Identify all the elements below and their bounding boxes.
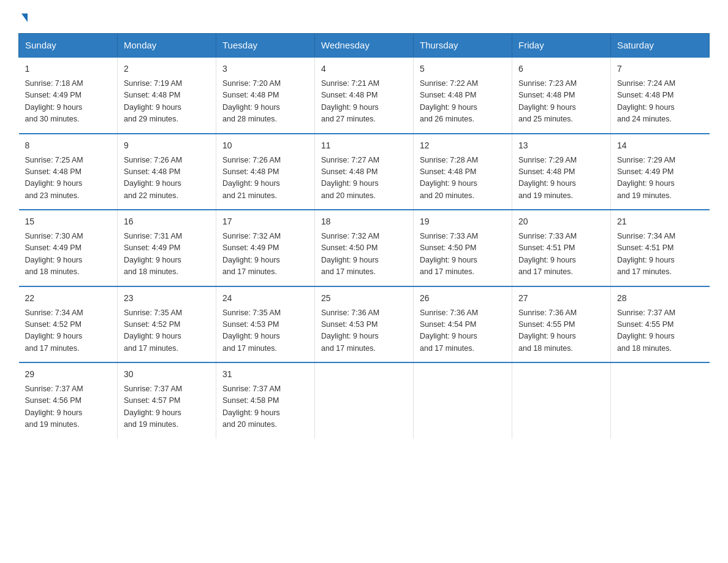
day-cell-12: 12 Sunrise: 7:28 AM Sunset: 4:48 PM Dayl… (414, 134, 512, 210)
day-number: 5 (420, 63, 506, 75)
day-info: Sunrise: 7:27 AM Sunset: 4:48 PM Dayligh… (321, 155, 407, 202)
day-info: Sunrise: 7:37 AM Sunset: 4:55 PM Dayligh… (617, 307, 703, 355)
day-info: Sunrise: 7:36 AM Sunset: 4:54 PM Dayligh… (420, 307, 506, 355)
day-cell-5: 5 Sunrise: 7:22 AM Sunset: 4:48 PM Dayli… (414, 57, 512, 134)
header-sunday: Sunday (19, 34, 118, 58)
day-cell-7: 7 Sunrise: 7:24 AM Sunset: 4:48 PM Dayli… (611, 57, 710, 134)
day-info: Sunrise: 7:24 AM Sunset: 4:48 PM Dayligh… (617, 78, 703, 126)
week-row-4: 22 Sunrise: 7:34 AM Sunset: 4:52 PM Dayl… (19, 286, 710, 363)
day-info: Sunrise: 7:25 AM Sunset: 4:48 PM Dayligh… (25, 155, 112, 202)
day-info: Sunrise: 7:36 AM Sunset: 4:55 PM Dayligh… (518, 307, 604, 355)
day-cell-9: 9 Sunrise: 7:26 AM Sunset: 4:48 PM Dayli… (118, 134, 216, 210)
day-number: 21 (617, 215, 703, 228)
day-cell-6: 6 Sunrise: 7:23 AM Sunset: 4:48 PM Dayli… (512, 57, 611, 134)
day-cell-15: 15 Sunrise: 7:30 AM Sunset: 4:49 PM Dayl… (19, 210, 118, 286)
day-number: 23 (124, 292, 210, 305)
day-cell-25: 25 Sunrise: 7:36 AM Sunset: 4:53 PM Dayl… (315, 286, 414, 363)
day-cell-24: 24 Sunrise: 7:35 AM Sunset: 4:53 PM Dayl… (216, 286, 315, 363)
day-number: 12 (420, 139, 506, 152)
day-info: Sunrise: 7:34 AM Sunset: 4:51 PM Dayligh… (617, 231, 703, 278)
day-number: 6 (518, 63, 604, 75)
day-info: Sunrise: 7:32 AM Sunset: 4:49 PM Dayligh… (222, 231, 308, 278)
day-info: Sunrise: 7:26 AM Sunset: 4:48 PM Dayligh… (124, 155, 210, 202)
day-info: Sunrise: 7:37 AM Sunset: 4:58 PM Dayligh… (222, 383, 308, 431)
day-info: Sunrise: 7:29 AM Sunset: 4:49 PM Dayligh… (617, 155, 703, 202)
day-cell-11: 11 Sunrise: 7:27 AM Sunset: 4:48 PM Dayl… (315, 134, 414, 210)
day-cell-30: 30 Sunrise: 7:37 AM Sunset: 4:57 PM Dayl… (118, 362, 216, 439)
day-number: 14 (617, 139, 703, 152)
day-cell-14: 14 Sunrise: 7:29 AM Sunset: 4:49 PM Dayl… (611, 134, 710, 210)
day-info: Sunrise: 7:37 AM Sunset: 4:56 PM Dayligh… (25, 383, 112, 431)
day-number: 13 (518, 139, 604, 152)
day-number: 17 (222, 215, 308, 228)
day-number: 3 (222, 63, 308, 75)
day-cell-17: 17 Sunrise: 7:32 AM Sunset: 4:49 PM Dayl… (216, 210, 315, 286)
day-number: 4 (321, 63, 407, 75)
day-number: 29 (25, 368, 112, 381)
empty-cell (315, 362, 414, 439)
day-number: 30 (124, 368, 210, 381)
day-cell-2: 2 Sunrise: 7:19 AM Sunset: 4:48 PM Dayli… (118, 57, 216, 134)
week-row-1: 1 Sunrise: 7:18 AM Sunset: 4:49 PM Dayli… (19, 57, 710, 134)
day-info: Sunrise: 7:18 AM Sunset: 4:49 PM Dayligh… (25, 78, 112, 126)
day-cell-8: 8 Sunrise: 7:25 AM Sunset: 4:48 PM Dayli… (19, 134, 118, 210)
day-number: 9 (124, 139, 210, 152)
day-info: Sunrise: 7:33 AM Sunset: 4:50 PM Dayligh… (420, 231, 506, 278)
day-info: Sunrise: 7:36 AM Sunset: 4:53 PM Dayligh… (321, 307, 407, 355)
day-info: Sunrise: 7:19 AM Sunset: 4:48 PM Dayligh… (124, 78, 210, 126)
day-info: Sunrise: 7:20 AM Sunset: 4:48 PM Dayligh… (222, 78, 308, 126)
day-number: 8 (25, 139, 112, 152)
day-cell-27: 27 Sunrise: 7:36 AM Sunset: 4:55 PM Dayl… (512, 286, 611, 363)
day-info: Sunrise: 7:23 AM Sunset: 4:48 PM Dayligh… (518, 78, 604, 126)
day-cell-10: 10 Sunrise: 7:26 AM Sunset: 4:48 PM Dayl… (216, 134, 315, 210)
empty-cell (414, 362, 512, 439)
empty-cell (512, 362, 611, 439)
day-cell-13: 13 Sunrise: 7:29 AM Sunset: 4:48 PM Dayl… (512, 134, 611, 210)
day-info: Sunrise: 7:28 AM Sunset: 4:48 PM Dayligh… (420, 155, 506, 202)
logo-top (18, 12, 28, 22)
header-thursday: Thursday (414, 34, 512, 58)
day-cell-22: 22 Sunrise: 7:34 AM Sunset: 4:52 PM Dayl… (19, 286, 118, 363)
day-cell-18: 18 Sunrise: 7:32 AM Sunset: 4:50 PM Dayl… (315, 210, 414, 286)
week-row-2: 8 Sunrise: 7:25 AM Sunset: 4:48 PM Dayli… (19, 134, 710, 210)
day-info: Sunrise: 7:37 AM Sunset: 4:57 PM Dayligh… (124, 383, 210, 431)
header-row: SundayMondayTuesdayWednesdayThursdayFrid… (19, 34, 710, 58)
day-cell-16: 16 Sunrise: 7:31 AM Sunset: 4:49 PM Dayl… (118, 210, 216, 286)
day-cell-28: 28 Sunrise: 7:37 AM Sunset: 4:55 PM Dayl… (611, 286, 710, 363)
week-row-3: 15 Sunrise: 7:30 AM Sunset: 4:49 PM Dayl… (19, 210, 710, 286)
day-info: Sunrise: 7:35 AM Sunset: 4:53 PM Dayligh… (222, 307, 308, 355)
day-info: Sunrise: 7:33 AM Sunset: 4:51 PM Dayligh… (518, 231, 604, 278)
day-cell-26: 26 Sunrise: 7:36 AM Sunset: 4:54 PM Dayl… (414, 286, 512, 363)
day-number: 28 (617, 292, 703, 305)
day-number: 24 (222, 292, 308, 305)
calendar-table: SundayMondayTuesdayWednesdayThursdayFrid… (18, 33, 710, 439)
logo-arrow-icon (21, 13, 28, 22)
day-number: 10 (222, 139, 308, 152)
day-info: Sunrise: 7:34 AM Sunset: 4:52 PM Dayligh… (25, 307, 112, 355)
header-wednesday: Wednesday (315, 34, 414, 58)
day-info: Sunrise: 7:32 AM Sunset: 4:50 PM Dayligh… (321, 231, 407, 278)
header-monday: Monday (118, 34, 216, 58)
header-saturday: Saturday (611, 34, 710, 58)
day-number: 15 (25, 215, 112, 228)
day-number: 19 (420, 215, 506, 228)
day-number: 27 (518, 292, 604, 305)
day-number: 1 (25, 63, 112, 75)
day-info: Sunrise: 7:29 AM Sunset: 4:48 PM Dayligh… (518, 155, 604, 202)
day-number: 31 (222, 368, 308, 381)
day-cell-31: 31 Sunrise: 7:37 AM Sunset: 4:58 PM Dayl… (216, 362, 315, 439)
day-info: Sunrise: 7:21 AM Sunset: 4:48 PM Dayligh… (321, 78, 407, 126)
empty-cell (611, 362, 710, 439)
day-cell-3: 3 Sunrise: 7:20 AM Sunset: 4:48 PM Dayli… (216, 57, 315, 134)
day-cell-20: 20 Sunrise: 7:33 AM Sunset: 4:51 PM Dayl… (512, 210, 611, 286)
day-number: 11 (321, 139, 407, 152)
day-cell-19: 19 Sunrise: 7:33 AM Sunset: 4:50 PM Dayl… (414, 210, 512, 286)
week-row-5: 29 Sunrise: 7:37 AM Sunset: 4:56 PM Dayl… (19, 362, 710, 439)
day-number: 18 (321, 215, 407, 228)
day-number: 20 (518, 215, 604, 228)
day-number: 7 (617, 63, 703, 75)
day-number: 16 (124, 215, 210, 228)
header-friday: Friday (512, 34, 611, 58)
logo (18, 12, 28, 21)
day-info: Sunrise: 7:26 AM Sunset: 4:48 PM Dayligh… (222, 155, 308, 202)
